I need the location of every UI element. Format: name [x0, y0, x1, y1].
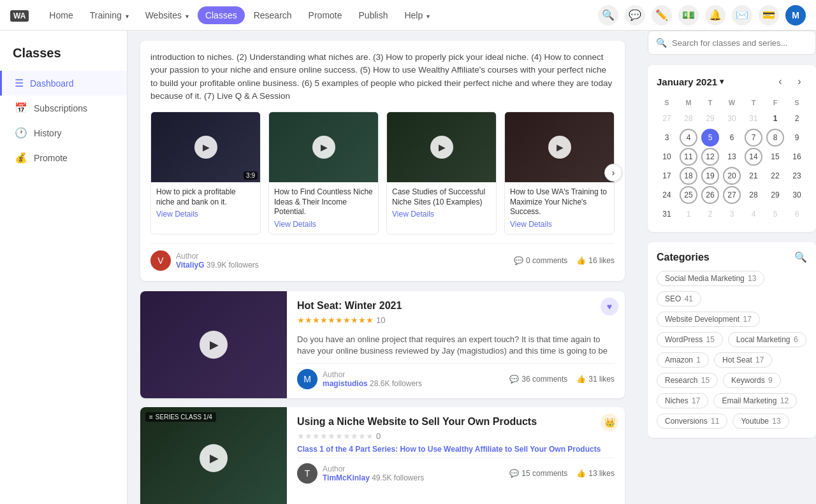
wallet-icon[interactable]: 💳 [759, 5, 779, 25]
niche-author-name[interactable]: TimMcKinlay [323, 473, 370, 482]
cat-tag-wordpress[interactable]: WordPress 15 [657, 332, 723, 347]
categories-search-icon[interactable]: 🔍 [794, 251, 807, 263]
search-icon[interactable]: 🔍 [598, 5, 618, 25]
view-details-2[interactable]: View Details [392, 210, 491, 219]
crown-button[interactable]: 👑 [601, 414, 618, 431]
nav-research[interactable]: Research [246, 6, 300, 24]
nav-classes[interactable]: Classes [198, 6, 245, 24]
cal-day[interactable]: 29 [701, 110, 719, 127]
cat-tag-email[interactable]: Email Marketing 12 [713, 393, 797, 408]
cal-day-2[interactable]: 2 [788, 110, 806, 127]
author-name[interactable]: VitaliyG [176, 261, 204, 270]
view-details-0[interactable]: View Details [156, 210, 255, 219]
cal-day-8[interactable]: 8 [766, 129, 784, 147]
cal-day[interactable]: 5 [766, 205, 784, 223]
cat-tag-conversions[interactable]: Conversions 11 [657, 414, 727, 429]
hot-seat-play[interactable] [200, 331, 228, 359]
hot-seat-author-name[interactable]: magistudios [323, 379, 368, 388]
play-button-2[interactable] [430, 136, 453, 159]
cal-day-1[interactable]: 1 [766, 110, 784, 127]
bell-icon[interactable]: 🔔 [705, 5, 725, 25]
edit-icon[interactable]: ✏️ [652, 5, 672, 25]
view-details-1[interactable]: View Details [274, 220, 373, 229]
mail-icon[interactable]: ✉️ [732, 5, 752, 25]
cal-day[interactable]: 6 [788, 205, 806, 223]
sidebar-item-promote[interactable]: 💰 Promote [0, 145, 127, 170]
cal-day[interactable]: 4 [745, 205, 762, 223]
niche-play[interactable] [200, 444, 228, 472]
heart-button[interactable]: ♥ [601, 298, 618, 315]
cat-tag-research[interactable]: Research 15 [657, 373, 718, 388]
cal-day[interactable]: 2 [701, 205, 719, 223]
dollar-icon[interactable]: 💵 [678, 5, 699, 25]
cal-day-20[interactable]: 20 [723, 167, 741, 185]
cat-tag-hot-seat[interactable]: Hot Seat 17 [714, 352, 772, 368]
play-button-0[interactable] [194, 136, 217, 159]
cal-day-24[interactable]: 24 [658, 186, 676, 204]
sidebar-item-history[interactable]: 🕐 History [0, 120, 127, 145]
cat-tag-website-dev[interactable]: Website Development 17 [657, 312, 760, 327]
video-thumb-3[interactable] [505, 112, 614, 182]
cal-day-11[interactable]: 11 [680, 148, 697, 166]
cal-day-12[interactable]: 12 [701, 148, 719, 166]
cal-day[interactable]: 31 [745, 110, 762, 127]
cal-day-22[interactable]: 22 [766, 167, 784, 185]
cat-tag-niches[interactable]: Niches 17 [657, 393, 708, 408]
play-button-3[interactable] [548, 136, 571, 159]
view-details-3[interactable]: View Details [510, 220, 609, 229]
cat-tag-local-marketing[interactable]: Local Marketing 6 [728, 332, 806, 347]
cat-tag-keywords[interactable]: Keywords 9 [723, 373, 781, 388]
cal-day-27[interactable]: 27 [723, 186, 741, 204]
play-button-1[interactable] [312, 136, 335, 159]
cal-day-18[interactable]: 18 [680, 167, 697, 185]
cal-day-17[interactable]: 17 [658, 167, 676, 185]
cal-day-15[interactable]: 15 [766, 148, 784, 166]
logo[interactable]: WA [10, 8, 29, 22]
cal-day-21[interactable]: 21 [745, 167, 762, 185]
cal-day[interactable]: 1 [680, 205, 697, 223]
niche-thumb[interactable]: ≡ SERIES CLASS 1/4 [140, 407, 287, 504]
search-input[interactable] [672, 38, 808, 48]
next-button[interactable]: › [604, 164, 622, 182]
hot-seat-thumb[interactable] [140, 291, 287, 398]
cal-day-23[interactable]: 23 [788, 167, 806, 185]
nav-publish[interactable]: Publish [351, 6, 396, 24]
cal-day[interactable]: 3 [723, 205, 741, 223]
cat-tag-social-media[interactable]: Social Media Marketing 13 [657, 271, 764, 286]
cal-day[interactable]: 28 [680, 110, 697, 127]
cal-day-14[interactable]: 14 [745, 148, 762, 166]
cat-tag-seo[interactable]: SEO 41 [657, 291, 701, 306]
sidebar-item-dashboard[interactable]: ☰ Dashboard [0, 71, 127, 96]
cal-day-13[interactable]: 13 [723, 148, 741, 166]
sidebar-item-subscriptions[interactable]: 📅 Subscriptions [0, 96, 127, 120]
cal-day-3[interactable]: 3 [658, 129, 676, 147]
video-thumb-1[interactable] [269, 112, 378, 182]
cal-day-7[interactable]: 7 [745, 129, 762, 147]
cal-day-6[interactable]: 6 [723, 129, 741, 147]
nav-promote[interactable]: Promote [301, 6, 350, 24]
cal-prev-button[interactable]: ‹ [773, 74, 788, 89]
cal-day-29[interactable]: 29 [766, 186, 784, 204]
cal-day-31[interactable]: 31 [658, 205, 676, 223]
cal-day[interactable]: 30 [723, 110, 741, 127]
cal-day-19[interactable]: 19 [701, 167, 719, 185]
cal-day-4[interactable]: 4 [680, 129, 697, 147]
nav-websites[interactable]: Websites ▾ [138, 6, 196, 24]
cal-day-9[interactable]: 9 [788, 129, 806, 147]
nav-training[interactable]: Training ▾ [82, 6, 136, 24]
cal-day-16[interactable]: 16 [788, 148, 806, 166]
chat-icon[interactable]: 💬 [625, 5, 645, 25]
cal-day-10[interactable]: 10 [658, 148, 676, 166]
cat-tag-amazon[interactable]: Amazon 1 [657, 352, 709, 368]
cal-day-25[interactable]: 25 [680, 186, 697, 204]
cat-tag-youtube[interactable]: Youtube 13 [732, 414, 789, 429]
cal-day-28[interactable]: 28 [745, 186, 762, 204]
user-avatar[interactable]: M [785, 5, 806, 25]
cal-day-30[interactable]: 30 [788, 186, 806, 204]
video-thumb-2[interactable] [387, 112, 496, 182]
nav-home[interactable]: Home [41, 6, 80, 24]
cal-day-5[interactable]: 5 [701, 129, 719, 147]
cal-day[interactable]: 27 [658, 110, 676, 127]
calendar-month[interactable]: January 2021 ▾ [657, 76, 724, 87]
cal-day-26[interactable]: 26 [701, 186, 719, 204]
